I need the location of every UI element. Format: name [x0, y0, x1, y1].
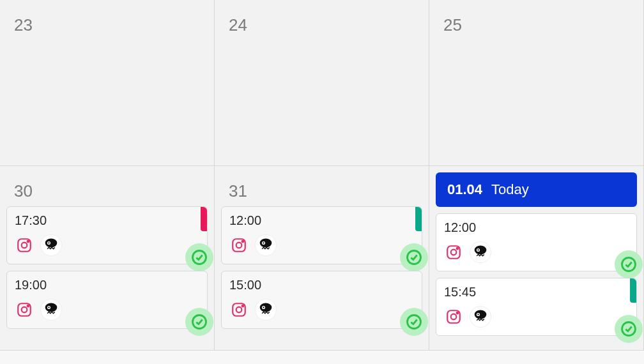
event-time: 15:00 — [229, 278, 414, 292]
instagram-icon — [15, 236, 34, 255]
svg-point-37 — [457, 312, 459, 314]
svg-point-3 — [45, 239, 57, 248]
event-time: 19:00 — [15, 278, 199, 292]
calendar-day-cell[interactable]: 25 — [429, 0, 644, 166]
event-icons — [229, 234, 414, 256]
svg-point-8 — [22, 307, 27, 313]
instagram-icon — [444, 243, 463, 262]
svg-point-5 — [48, 242, 49, 243]
check-badge — [400, 243, 428, 271]
day-number: 30 — [6, 171, 208, 206]
svg-point-38 — [475, 310, 487, 319]
today-label: Today — [491, 181, 529, 198]
calendar-day-cell[interactable]: 31 12:00 15:00 — [215, 166, 429, 351]
event-time: 12:00 — [229, 213, 414, 228]
calendar-day-cell[interactable]: 30 17:30 19:00 — [0, 166, 215, 351]
day-number: 25 — [436, 5, 637, 40]
svg-point-19 — [263, 242, 264, 243]
avatar-icon — [470, 241, 491, 263]
avatar-icon — [40, 234, 62, 256]
svg-point-33 — [477, 249, 479, 250]
svg-point-10 — [45, 303, 57, 312]
event-card[interactable]: 15:00 — [221, 271, 422, 329]
svg-point-22 — [236, 307, 242, 313]
event-icons — [444, 241, 629, 263]
svg-point-12 — [48, 307, 49, 308]
event-card[interactable]: 19:00 — [6, 271, 208, 329]
event-time: 15:45 — [444, 285, 629, 300]
event-icons — [444, 306, 629, 328]
calendar-day-cell[interactable]: 24 — [215, 0, 429, 166]
svg-point-17 — [260, 239, 272, 248]
svg-point-9 — [27, 305, 29, 307]
event-card[interactable]: 15:45 — [436, 278, 637, 336]
svg-point-36 — [451, 314, 457, 320]
status-strip — [201, 207, 207, 231]
avatar-icon — [40, 299, 62, 321]
today-banner: 01.04 Today — [436, 172, 637, 207]
event-card[interactable]: 12:00 — [221, 206, 422, 264]
event-icons — [229, 299, 414, 321]
event-card[interactable]: 17:30 — [6, 206, 208, 264]
event-card[interactable]: 12:00 — [436, 213, 637, 271]
svg-point-30 — [457, 248, 459, 250]
status-strip — [415, 207, 422, 231]
avatar-icon — [470, 306, 491, 328]
svg-point-1 — [22, 243, 27, 248]
avatar-icon — [255, 234, 277, 256]
calendar-grid: 23 24 25 30 17:30 19:00 — [0, 0, 644, 351]
event-icons — [15, 299, 199, 321]
svg-point-15 — [236, 243, 242, 248]
svg-point-23 — [242, 305, 244, 307]
calendar-day-cell-today[interactable]: 01.04 Today 12:00 15:45 — [429, 166, 644, 351]
day-number: 31 — [221, 171, 422, 206]
check-badge — [185, 243, 213, 271]
svg-point-31 — [475, 246, 487, 255]
svg-point-40 — [477, 314, 479, 315]
day-number: 24 — [221, 5, 422, 40]
svg-point-16 — [242, 241, 244, 243]
event-time: 12:00 — [444, 220, 629, 235]
calendar-day-cell[interactable]: 23 — [0, 0, 215, 166]
today-date: 01.04 — [447, 181, 482, 198]
event-icons — [15, 234, 199, 256]
instagram-icon — [229, 236, 249, 255]
avatar-icon — [255, 299, 277, 321]
svg-point-24 — [260, 303, 272, 312]
check-badge — [400, 308, 428, 336]
instagram-icon — [444, 307, 463, 326]
check-badge — [615, 250, 643, 278]
instagram-icon — [15, 300, 34, 319]
day-number: 23 — [6, 5, 208, 40]
status-strip — [630, 278, 636, 303]
check-badge — [615, 315, 643, 343]
instagram-icon — [229, 300, 249, 319]
event-time: 17:30 — [15, 213, 199, 228]
svg-point-2 — [27, 241, 29, 243]
svg-point-29 — [451, 250, 457, 255]
check-badge — [185, 308, 213, 336]
svg-point-26 — [263, 307, 264, 308]
